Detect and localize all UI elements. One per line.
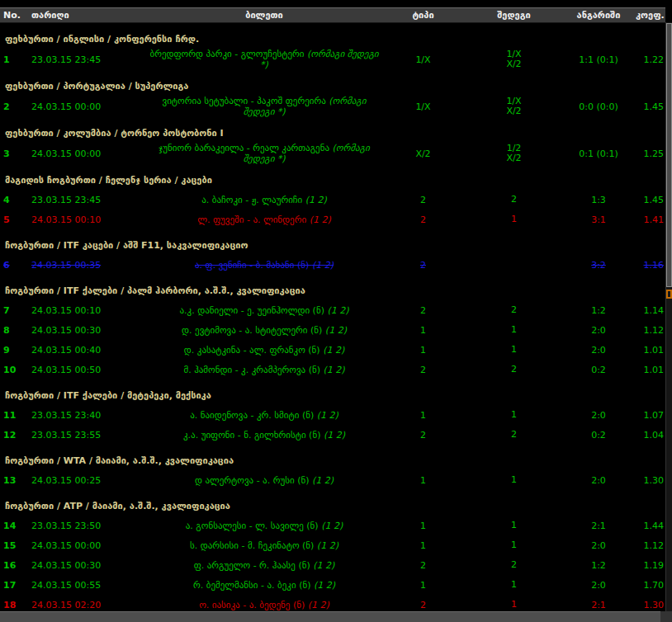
ticket-bet-type-note: (1 2)	[323, 345, 344, 356]
bet-type-value: 1	[380, 580, 466, 591]
bet-result-value: 1	[466, 475, 561, 485]
bet-number: 18	[0, 600, 30, 610]
bet-score: 2:0	[561, 410, 636, 421]
bet-number: 17	[0, 580, 30, 591]
bet-score: 0:0 (0:0)	[561, 101, 636, 112]
bet-result-value: 2	[466, 195, 561, 205]
ticket-bet-type-note: (1 2)	[313, 560, 334, 571]
bet-row[interactable]: 1024.03.15 00:50მ. ჰამონდი - კ. კრამპერო…	[0, 360, 665, 379]
bet-date: 24.03.15 00:00	[30, 540, 149, 551]
ticket-bet-type-note: (1 2)	[314, 580, 335, 591]
bet-ticket: დ ალერტოვა - ა. რუსი (ნ) (1 2)	[149, 475, 380, 486]
bet-ticket: ჯუნიორ ბარაკეილა - რეალ კართაგენა (ორმაგ…	[149, 143, 380, 164]
result-line: 2	[466, 560, 561, 570]
bet-score: 2:1	[561, 600, 636, 610]
ticket-bet-type-note: (1 2)	[310, 214, 331, 225]
bet-row[interactable]: 1724.03.15 00:55რ. ბემელმანსი - ა. ბეკი …	[0, 575, 665, 595]
ticket-match-name: ლ. ფუვეში - ა. ლინდერი	[197, 214, 309, 225]
bet-result-value: 1	[466, 325, 561, 335]
bet-ticket: ლ. ფუვეში - ა. ლინდერი (1 2)	[149, 214, 380, 225]
bet-score: 3:1	[561, 214, 636, 225]
bet-ticket: მ. ჰამონდი - კ. კრამპეროვა (ნ) (1 2)	[149, 365, 380, 375]
result-line: X/2	[466, 106, 561, 116]
bet-type-value: 2	[380, 365, 466, 375]
bet-row[interactable]: 1524.03.15 00:00ს. დარსისი - მ. ჩეკინატო…	[0, 535, 665, 555]
ticket-bet-type-note: (1 2)	[324, 430, 345, 441]
bet-number: 9	[0, 345, 30, 356]
bet-type-value: 1	[380, 410, 466, 421]
ticket-bet-type-note: (1 2)	[312, 475, 334, 486]
bet-odds: 1.07	[636, 410, 665, 421]
bet-row[interactable]: 1123.03.15 23:40ა. ნაიდენოვა - კრ. სმიტი…	[0, 405, 665, 425]
top-gap	[0, 0, 672, 7]
ticket-match-name: დ. კასატკინა - ალ. ფრანკო (ნ)	[184, 345, 323, 356]
result-line: 1	[466, 521, 561, 530]
bet-type-value: 2	[380, 195, 466, 205]
bet-row[interactable]: 1223.03.15 23:55კ.ა. უიფონი - ნ. გილხრის…	[0, 425, 665, 445]
bet-type-value: 1	[380, 475, 466, 486]
result-line: 1	[466, 600, 561, 610]
bet-ticket: ს. დარსისი - მ. ჩეკინატო (ნ) (1 2)	[149, 540, 380, 551]
bet-row[interactable]: 824.03.15 00:30დ. ევტიმოვა - ა. სტიტელერ…	[0, 320, 665, 340]
bet-score: 2:0	[561, 345, 636, 356]
bet-number: 10	[0, 365, 30, 375]
bet-row[interactable]: 324.03.15 00:00ჯუნიორ ბარაკეილა - რეალ კ…	[0, 143, 665, 164]
ticket-match-name: ფ. არგუელო - რ. ჰაასე (ნ)	[194, 560, 314, 571]
bet-score: 1:2	[561, 305, 636, 316]
ticket-bet-type-note: (1 2)	[317, 540, 338, 551]
bet-row[interactable]: 423.03.15 23:45ა. ბაჩოკი - ჟ. ლაურიჩი (1…	[0, 190, 665, 210]
ticket-bet-type-note: (1 2)	[308, 600, 329, 610]
ticket-match-name: ვიტორია სეტუბალი - პაკოშ ფერეირა	[163, 96, 329, 106]
result-line: 2	[466, 430, 561, 440]
bet-result-value: 1	[466, 580, 561, 590]
result-line: 1	[466, 540, 561, 550]
bet-ticket: ფ. არგუელო - რ. ჰაასე (ნ) (1 2)	[149, 560, 380, 571]
bet-row[interactable]: 624.03.15 00:35ა. ფ. ვენიჩი - ბ. მახანი …	[0, 255, 665, 275]
category-header: ფეხბურთი / პორტუგალია / სუპერლიგა	[0, 70, 665, 96]
bet-row[interactable]: 924.03.15 00:40დ. კასატკინა - ალ. ფრანკო…	[0, 340, 665, 360]
result-line: 1	[466, 410, 561, 420]
ticket-match-name: მ. ჰამონდი - კ. კრამპეროვა (ნ)	[183, 365, 323, 375]
bet-result-value: 2	[466, 560, 561, 570]
bet-odds: 1.45	[636, 195, 665, 205]
bet-row[interactable]: 524.03.15 00:10ლ. ფუვეში - ა. ლინდერი (1…	[0, 210, 665, 229]
bet-result-value: 1	[466, 345, 561, 355]
bet-score: 0:2	[561, 430, 636, 441]
bet-row[interactable]: 724.03.15 00:10ა.კ. დანიელი - ე. უეინჰოლ…	[0, 300, 665, 320]
bet-type-value: 1	[380, 521, 466, 531]
bet-odds: 1.01	[636, 345, 665, 356]
category-header: ჩოგბურთი / ITF ქალები / პალმ ჰარბორი, ა.…	[0, 275, 665, 300]
bet-result-value: 1	[466, 540, 561, 550]
vertical-scrollbar-thumb[interactable]	[666, 23, 672, 287]
vertical-scrollbar[interactable]	[665, 22, 672, 611]
bet-ticket: დ. კასატკინა - ალ. ფრანკო (ნ) (1 2)	[149, 345, 380, 356]
bet-number: 2	[0, 101, 30, 112]
result-line: X/2	[466, 59, 561, 69]
bet-odds: 1.41	[636, 214, 665, 225]
bet-number: 4	[0, 195, 30, 205]
result-line: 2	[466, 365, 561, 375]
horizontal-scrollbar[interactable]	[0, 611, 672, 622]
bet-result-value: 1/XX/2	[466, 97, 561, 116]
bet-type-value: 1/X	[380, 101, 466, 112]
bet-row[interactable]: 1423.03.15 23:50ა. გონსალესი - ლ. სავილე…	[0, 516, 665, 535]
ticket-bet-type-note: (1 2)	[324, 365, 345, 375]
bet-type-value: 1/X	[380, 54, 466, 65]
bet-odds: 1.12	[636, 540, 665, 551]
bet-score: 1:2	[561, 560, 636, 571]
bet-ticket: ა. გონსალესი - ლ. სავილე (ნ) (1 2)	[149, 521, 380, 531]
bet-result-value: 1/2X/2	[466, 144, 561, 163]
column-header-score: ანგარიში	[561, 10, 636, 21]
result-line: 1	[466, 345, 561, 355]
bet-row[interactable]: 123.03.15 23:45ბრედფორდ პარკი - გლოუჩესტ…	[0, 49, 665, 70]
ticket-match-name: ა. ნაიდენოვა - კრ. სმიტი (ნ)	[190, 410, 317, 421]
bet-date: 24.03.15 00:00	[30, 148, 149, 159]
bet-row[interactable]: 1324.03.15 00:25დ ალერტოვა - ა. რუსი (ნ)…	[0, 470, 665, 490]
bet-row[interactable]: 224.03.15 00:00ვიტორია სეტუბალი - პაკოშ …	[0, 96, 665, 117]
results-table: ფეხბურთი / ინგლისი / კონფერენსი ჩრდ.123.…	[0, 23, 665, 615]
bet-result-value: 1	[466, 521, 561, 530]
bet-row[interactable]: 1624.03.15 00:30ფ. არგუელო - რ. ჰაასე (ნ…	[0, 555, 665, 575]
bet-number: 7	[0, 305, 30, 316]
result-line: 1	[466, 475, 561, 485]
bet-result-value: 1/XX/2	[466, 49, 561, 69]
